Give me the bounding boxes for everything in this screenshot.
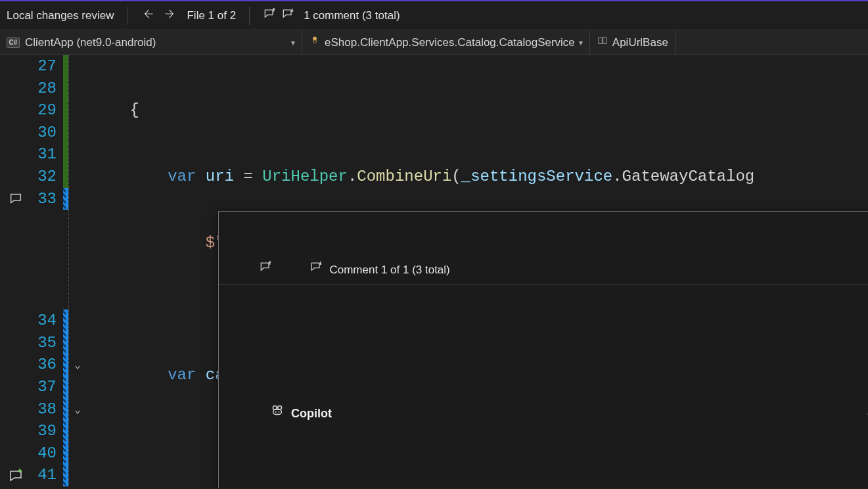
svg-rect-4 (273, 409, 282, 414)
line-number: 40 (32, 442, 57, 465)
top-review-bar: Local changes review File 1 of 2 1 comme… (0, 1, 868, 30)
line-number-gutter: 27 28 29 30 31 32 33 34 35 36 37 38 39 4… (32, 55, 63, 488)
review-title: Local changes review (7, 9, 114, 22)
line-number: 36 (32, 354, 57, 376)
csharp-project-icon: C# (7, 37, 20, 48)
breadcrumb-project[interactable]: C# ClientApp (net9.0-android) ▾ (0, 30, 302, 55)
comments-summary: 1 comment (3 total) (304, 9, 400, 22)
popup-header: Comment 1 of 1 (3 total) (219, 256, 868, 285)
line-number: 28 (32, 78, 57, 100)
class-icon (309, 35, 321, 50)
svg-rect-1 (603, 38, 606, 44)
popup-header-label: Comment 1 of 1 (3 total) (329, 259, 449, 281)
line-number: 29 (32, 99, 57, 122)
popup-author-label: Copilot (291, 403, 332, 425)
line-number: 41 (32, 464, 57, 486)
line-number: 33 (32, 188, 57, 210)
separator (127, 7, 127, 25)
breadcrumb-namespace[interactable]: eShop.ClientApp.Services.Catalog.Catalog… (302, 30, 590, 55)
dropdown-caret-icon: ▾ (291, 38, 295, 47)
line-number: 38 (32, 398, 57, 421)
comment-marker-icon[interactable] (0, 188, 32, 210)
line-number: 32 (32, 166, 57, 188)
next-comment-button[interactable] (281, 7, 294, 24)
copilot-icon (231, 381, 285, 448)
code-text-area[interactable]: { var uri = UriHelper.CombineUri(_settin… (87, 55, 868, 488)
inline-comment-popup: Comment 1 of 1 (3 total) Copilot ••• Usi… (218, 211, 868, 488)
line-number: 35 (32, 332, 57, 354)
fold-chevron-icon[interactable]: ⌄ (74, 354, 81, 376)
svg-point-5 (275, 411, 277, 413)
dropdown-caret-icon: ▾ (579, 38, 583, 47)
margin-gutter (0, 55, 32, 488)
add-comment-icon[interactable] (0, 464, 32, 486)
prev-comment-icon[interactable] (228, 237, 272, 303)
line-number: 27 (32, 55, 57, 78)
breadcrumb-bar: C# ClientApp (net9.0-android) ▾ eShop.Cl… (0, 30, 868, 55)
property-icon (597, 35, 608, 50)
svg-rect-0 (599, 38, 602, 44)
collapse-chevron-icon[interactable] (841, 237, 868, 303)
line-number: 31 (32, 143, 57, 166)
line-number: 37 (32, 376, 57, 398)
change-indicator-gutter (63, 55, 68, 488)
line-number: 30 (32, 122, 57, 144)
breadcrumb-member[interactable]: ApiUrlBase (590, 30, 675, 55)
breadcrumb-member-label: ApiUrlBase (612, 36, 668, 49)
prev-comment-button[interactable] (263, 7, 276, 24)
line-number: 39 (32, 420, 57, 442)
prev-file-button[interactable] (141, 8, 155, 23)
separator (249, 7, 250, 25)
breadcrumb-project-label: ClientApp (net9.0-android) (25, 36, 156, 49)
next-file-button[interactable] (163, 8, 177, 23)
line-number: 34 (32, 310, 57, 332)
fold-gutter: ⌄ ⌄ (68, 55, 87, 488)
next-comment-icon[interactable] (279, 237, 323, 303)
file-position: File 1 of 2 (187, 9, 236, 22)
svg-point-6 (278, 411, 279, 413)
editor: 27 28 29 30 31 32 33 34 35 36 37 38 39 4… (0, 55, 868, 488)
fold-chevron-icon[interactable]: ⌄ (74, 398, 81, 421)
breadcrumb-namespace-label: eShop.ClientApp.Services.Catalog.Catalog… (325, 36, 575, 49)
